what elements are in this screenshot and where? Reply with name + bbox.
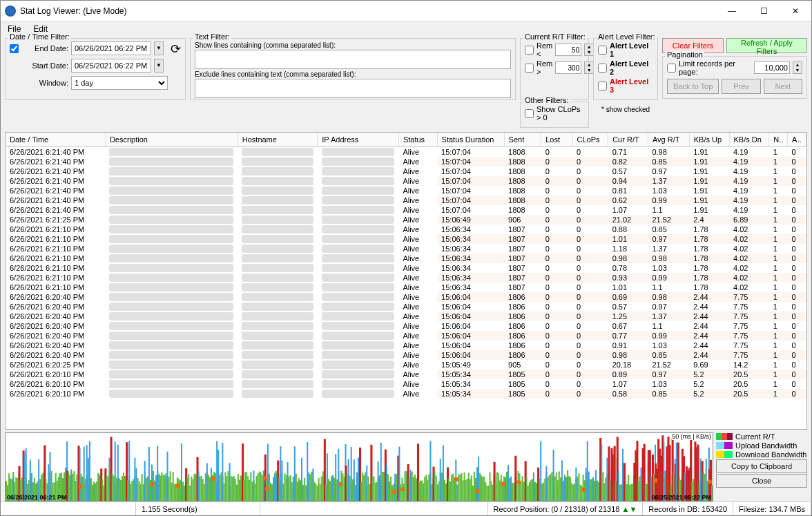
copy-clipboard-button[interactable]: Copy to Clipboard [716,459,807,473]
col-header[interactable]: N.. [769,133,788,147]
table-row[interactable]: 6/26/2021 6:21:10 PMAlive15:06:341807001… [6,283,806,292]
svg-rect-161 [171,483,173,501]
svg-rect-131 [142,474,143,501]
close-button[interactable]: Close [716,474,807,488]
svg-rect-195 [209,477,211,501]
clops-checkbox[interactable] [525,109,534,118]
close-window-button[interactable]: ✕ [780,1,811,21]
svg-rect-489 [520,481,521,501]
prev-button[interactable]: Prev [722,79,760,94]
svg-rect-426 [448,479,450,501]
svg-rect-480 [510,477,512,501]
svg-rect-205 [218,450,219,501]
col-header[interactable]: Cur R/T [608,133,648,147]
col-header[interactable]: CLoPs [572,133,608,147]
col-header[interactable]: Date / Time [6,133,105,147]
table-row[interactable]: 6/26/2021 6:21:40 PMAlive15:07:041808001… [6,205,806,215]
next-button[interactable]: Next [764,79,802,94]
table-row[interactable]: 6/26/2021 6:20:40 PMAlive15:06:041806000… [6,302,806,312]
svg-rect-392 [410,470,412,501]
svg-rect-475 [506,472,508,501]
svg-rect-187 [200,477,201,501]
table-row[interactable]: 6/26/2021 6:20:25 PMAlive15:05:499050020… [6,360,806,370]
table-row[interactable]: 6/26/2021 6:20:10 PMAlive15:05:341805001… [6,379,806,389]
col-header[interactable]: KB/s Up [689,133,729,147]
table-row[interactable]: 6/26/2021 6:21:40 PMAlive15:07:041808000… [6,147,806,157]
rem-lt-input[interactable] [555,44,581,56]
window-select[interactable]: 1 day [71,76,168,90]
table-row[interactable]: 6/26/2021 6:20:40 PMAlive15:06:041806000… [6,341,806,350]
col-header[interactable]: Description [105,133,238,147]
svg-rect-437 [461,473,462,501]
table-row[interactable]: 6/26/2021 6:21:10 PMAlive15:06:341807001… [6,234,806,244]
svg-rect-369 [389,481,390,501]
col-header[interactable]: Hostname [238,133,318,147]
table-row[interactable]: 6/26/2021 6:20:40 PMAlive15:06:041806000… [6,331,806,341]
svg-rect-462 [492,485,494,501]
rem-lt-checkbox[interactable] [525,46,534,55]
table-row[interactable]: 6/26/2021 6:20:10 PMAlive15:05:341805000… [6,389,806,399]
col-header[interactable]: Sent [504,133,541,147]
table-row[interactable]: 6/26/2021 6:21:40 PMAlive15:07:041808000… [6,186,806,195]
start-date-input[interactable] [71,59,151,73]
col-header[interactable]: IP Address [318,133,399,147]
svg-rect-178 [189,486,191,501]
alert2-checkbox[interactable] [598,64,607,73]
refresh-icon[interactable]: ⟳ [168,41,184,57]
end-date-dropdown-icon[interactable]: ▼ [154,41,164,55]
table-row[interactable]: 6/26/2021 6:20:40 PMAlive15:06:041806000… [6,350,806,360]
table-row[interactable]: 6/26/2021 6:21:40 PMAlive15:07:041808000… [6,176,806,186]
table-row[interactable]: 6/26/2021 6:20:40 PMAlive15:06:041806001… [6,312,806,321]
start-date-dropdown-icon[interactable]: ▼ [154,59,164,73]
col-header[interactable]: Lost [541,133,572,147]
rem-gt-checkbox[interactable] [525,64,534,73]
end-date-checkbox[interactable] [10,44,19,53]
limit-records-checkbox[interactable] [667,64,676,73]
table-row[interactable]: 6/26/2021 6:21:25 PMAlive15:06:499060021… [6,215,806,224]
svg-rect-352 [371,476,373,501]
log-table[interactable]: Date / TimeDescriptionHostnameIP Address… [5,132,807,430]
svg-rect-230 [249,480,250,501]
back-to-top-button[interactable]: Back to Top [667,79,719,94]
col-header[interactable]: A.. [788,133,806,147]
table-row[interactable]: 6/26/2021 6:21:10 PMAlive15:06:341807000… [6,273,806,283]
table-row[interactable]: 6/26/2021 6:21:10 PMAlive15:06:341807000… [6,263,806,273]
limit-records-input[interactable] [754,61,790,74]
svg-rect-271 [289,477,290,501]
alert1-checkbox[interactable] [598,46,607,55]
minimize-button[interactable]: — [716,1,748,21]
svg-rect-478 [509,478,510,501]
table-row[interactable]: 6/26/2021 6:20:40 PMAlive15:06:041806000… [6,321,806,331]
end-date-input[interactable] [71,41,151,55]
exclude-lines-input[interactable] [195,79,511,98]
show-lines-input[interactable] [195,50,511,69]
svg-rect-223 [240,475,242,501]
svg-rect-72 [81,477,82,501]
maximize-button[interactable]: ☐ [748,1,780,21]
col-header[interactable]: KB/s Dn [729,133,769,147]
chart-legend: Current R/T Upload Bandwidth Download Ba… [716,432,807,501]
rem-gt-input[interactable] [555,61,581,74]
table-row[interactable]: 6/26/2021 6:21:10 PMAlive15:06:341807000… [6,224,806,234]
refresh-apply-button[interactable]: Refresh / Apply Filters [726,38,807,53]
table-row[interactable]: 6/26/2021 6:21:40 PMAlive15:07:041808000… [6,195,806,205]
table-row[interactable]: 6/26/2021 6:21:40 PMAlive15:07:041808000… [6,157,806,166]
col-header[interactable]: Status Duration [437,133,504,147]
table-row[interactable]: 6/26/2021 6:21:10 PMAlive15:06:341807000… [6,254,806,263]
timeline-chart[interactable]: 50 (ms | KB/s) 06/26/2021 06:21 PM 06/25… [5,432,713,501]
table-row[interactable]: 6/26/2021 6:20:40 PMAlive15:06:041806000… [6,292,806,302]
col-header[interactable]: Avg R/T [648,133,689,147]
svg-rect-309 [331,476,332,501]
table-row[interactable]: 6/26/2021 6:20:10 PMAlive15:05:341805000… [6,370,806,379]
svg-rect-234 [253,470,254,501]
table-row[interactable]: 6/26/2021 6:21:40 PMAlive15:07:041808000… [6,166,806,176]
svg-rect-615 [645,484,646,501]
svg-rect-536 [572,484,574,501]
col-header[interactable]: Status [398,133,437,147]
alert3-checkbox[interactable] [598,82,607,90]
limit-records-spinner[interactable]: ▲▼ [793,61,802,74]
table-row[interactable]: 6/26/2021 6:21:10 PMAlive15:06:341807001… [6,244,806,254]
svg-rect-306 [327,454,328,501]
svg-rect-559 [595,470,597,501]
svg-rect-413 [434,471,436,501]
